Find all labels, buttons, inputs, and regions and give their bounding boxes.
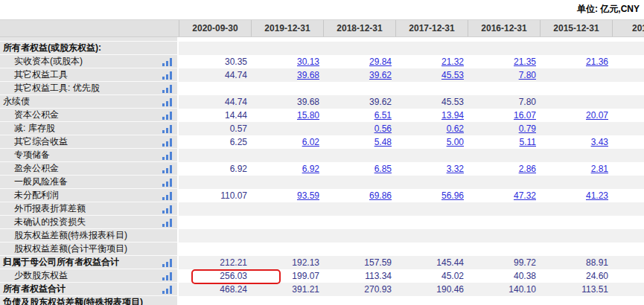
value-cell	[395, 243, 468, 256]
value-cell	[540, 122, 612, 135]
value-link[interactable]: 16.07	[514, 110, 536, 121]
table-row: 盈余公积金 6.926.926.853.322.862.81	[0, 162, 644, 176]
value-cell: 113.51	[540, 283, 612, 296]
value-cell	[179, 42, 251, 55]
value-text: 44.74	[225, 70, 247, 80]
table-row: 资本公积金 14.4415.806.5113.9416.0720.07	[0, 109, 644, 122]
row-label-cell: 少数股东权益	[0, 269, 179, 283]
column-header: 2014-	[612, 20, 644, 36]
table-row: 减: 库存股 0.570.560.620.79	[0, 122, 644, 135]
value-cell	[395, 216, 468, 229]
value-link[interactable]: 0.79	[519, 123, 536, 134]
value-link[interactable]: 21.36	[586, 57, 608, 67]
row-values: 44.7439.6839.6245.537.80	[179, 68, 644, 82]
bar-chart-icon[interactable]	[162, 111, 172, 120]
value-link[interactable]: 3.43	[591, 137, 608, 147]
value-link[interactable]: 21.35	[514, 57, 536, 67]
value-cell: 21.32	[395, 55, 468, 68]
value-cell	[251, 122, 323, 135]
value-link[interactable]: 2.86	[519, 164, 536, 174]
value-link[interactable]: 93.59	[297, 190, 319, 201]
value-link[interactable]: 41.23	[586, 190, 608, 201]
value-link[interactable]: 5.11	[520, 137, 536, 147]
value-text: 39.68	[297, 97, 319, 107]
value-cell: 69.86	[323, 189, 395, 202]
value-link[interactable]: 15.80	[297, 110, 319, 121]
value-link[interactable]: 21.32	[441, 57, 464, 67]
bar-chart-icon[interactable]	[162, 97, 172, 106]
value-cell: 0.57	[179, 122, 251, 135]
value-link[interactable]: 56.96	[441, 190, 464, 201]
column-header: 2017-12-31	[395, 20, 468, 36]
bar-chart-icon[interactable]	[162, 57, 172, 66]
value-cell	[540, 42, 612, 55]
value-link[interactable]: 2.81	[591, 164, 608, 174]
value-link[interactable]: 39.62	[369, 70, 392, 80]
bar-chart-icon[interactable]	[162, 124, 172, 133]
bar-chart-icon[interactable]	[162, 164, 172, 173]
value-cell: 47.32	[468, 189, 540, 202]
value-cell: 56.96	[395, 189, 468, 202]
row-label-cell: 一般风险准备	[0, 176, 179, 189]
row-label: 永续债	[0, 95, 30, 108]
value-cell: 5.00	[395, 135, 468, 149]
bar-chart-icon[interactable]	[162, 272, 172, 280]
bar-chart-icon[interactable]	[162, 71, 172, 80]
value-link[interactable]: 47.32	[514, 190, 536, 201]
value-text: 256.03	[220, 271, 247, 281]
value-text: 190.46	[436, 284, 464, 295]
value-cell: 21.35	[468, 55, 540, 68]
bar-chart-icon[interactable]	[162, 258, 172, 267]
value-text: 199.07	[292, 271, 319, 281]
value-cell: 29.84	[323, 55, 395, 68]
bar-chart-icon[interactable]	[162, 151, 172, 160]
row-values	[179, 216, 644, 229]
column-header: 2019-12-31	[251, 20, 323, 36]
bar-chart-icon[interactable]	[162, 138, 172, 147]
row-label-cell: 归属于母公司所有者权益合计	[0, 256, 179, 269]
value-link[interactable]: 7.80	[519, 70, 536, 80]
bar-chart-icon[interactable]	[162, 178, 172, 187]
bar-chart-icon[interactable]	[162, 191, 172, 200]
row-label: 所有者权益合计	[0, 283, 66, 295]
value-cell	[251, 82, 323, 95]
bar-chart-icon[interactable]	[162, 285, 172, 294]
value-link[interactable]: 6.92	[302, 164, 319, 174]
value-cell: 113.34	[323, 269, 395, 283]
value-cell	[251, 216, 323, 229]
value-link[interactable]: 29.84	[369, 57, 392, 67]
value-link[interactable]: 13.94	[441, 110, 464, 121]
row-label-cell: 专项储备	[0, 149, 179, 162]
row-label-cell: 所有者权益(或股东权益):	[0, 42, 179, 55]
table-row: 专项储备	[0, 149, 644, 162]
value-link[interactable]: 20.07	[586, 110, 608, 121]
value-link[interactable]: 30.13	[297, 57, 319, 67]
value-link[interactable]: 0.62	[447, 123, 464, 134]
value-cell: 0.62	[395, 122, 468, 135]
row-label-cell: 外币报表折算差额	[0, 202, 179, 216]
value-link[interactable]: 45.53	[441, 70, 464, 80]
value-link[interactable]: 6.51	[374, 110, 392, 121]
row-values	[179, 202, 644, 216]
column-header: 2018-12-31	[323, 20, 395, 36]
value-cell: 93.59	[251, 189, 323, 202]
value-link[interactable]: 5.00	[447, 137, 464, 147]
value-link[interactable]: 6.85	[374, 164, 392, 174]
bar-chart-icon[interactable]	[162, 205, 172, 214]
value-cell: 44.74	[179, 68, 251, 82]
bar-chart-icon[interactable]	[162, 84, 172, 93]
value-link[interactable]: 69.86	[369, 190, 392, 201]
value-link[interactable]: 39.68	[297, 70, 319, 80]
value-link[interactable]: 5.48	[374, 137, 392, 147]
value-cell	[251, 149, 323, 162]
bar-chart-icon[interactable]	[162, 218, 172, 227]
value-cell	[179, 216, 251, 229]
value-link[interactable]: 3.32	[447, 164, 464, 174]
value-text: 0.57	[230, 123, 247, 134]
value-link[interactable]: 0.56	[374, 123, 392, 134]
value-cell: 190.46	[395, 283, 468, 296]
value-link[interactable]: 6.02	[302, 137, 319, 147]
partial-row-bottom: 负债及股东权益差额(特殊报表项目)	[0, 296, 644, 305]
row-label: 资本公积金	[0, 109, 59, 121]
value-cell: 0.79	[468, 122, 540, 135]
